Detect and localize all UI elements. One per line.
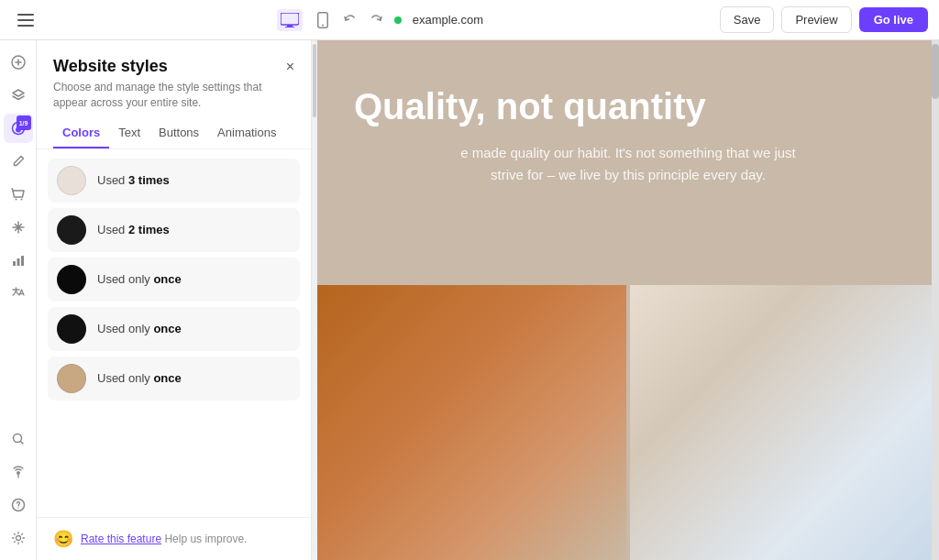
- broadcast-button[interactable]: [4, 457, 33, 487]
- svg-rect-12: [13, 261, 16, 266]
- svg-rect-0: [17, 14, 34, 16]
- desktop-device-button[interactable]: [277, 9, 303, 31]
- color-list: Used 3 times Used 2 times Used only once…: [37, 149, 311, 517]
- canvas-scrollbar-thumb: [932, 44, 939, 99]
- hero-images: [317, 285, 939, 560]
- canvas-area: Quality, not quantity e made quality our…: [317, 40, 939, 560]
- save-button[interactable]: Save: [720, 6, 775, 33]
- shop-button[interactable]: [4, 180, 33, 209]
- hero-title: Quality, not quantity: [354, 86, 812, 127]
- tab-buttons[interactable]: Buttons: [149, 118, 208, 148]
- sparkle-button[interactable]: [4, 213, 33, 242]
- rate-link[interactable]: Rate this feature: [81, 533, 161, 545]
- tab-colors[interactable]: Colors: [53, 118, 109, 148]
- close-panel-button[interactable]: ×: [286, 59, 294, 75]
- translate-button[interactable]: [4, 279, 33, 308]
- preview-button[interactable]: Preview: [781, 6, 851, 33]
- color-usage-2: Used only once: [97, 272, 182, 286]
- svg-rect-4: [287, 25, 293, 27]
- color-swatch-3: [57, 314, 86, 344]
- svg-rect-13: [17, 258, 19, 266]
- redo-button[interactable]: [369, 13, 383, 27]
- color-swatch-2: [57, 265, 86, 294]
- add-button[interactable]: [4, 48, 33, 77]
- mobile-device-button[interactable]: [314, 8, 332, 32]
- svg-point-11: [20, 199, 22, 201]
- color-item-1[interactable]: Used 2 times: [48, 208, 300, 252]
- settings-button[interactable]: [4, 523, 33, 553]
- svg-rect-14: [21, 256, 24, 266]
- styles-button[interactable]: 1/9: [4, 114, 33, 143]
- svg-rect-1: [17, 19, 34, 21]
- hero-image-1: [317, 285, 626, 560]
- svg-point-18: [17, 507, 18, 508]
- hero-subtitle: e made quality our habit. It's not somet…: [445, 142, 812, 186]
- hero-image-2: [630, 285, 939, 560]
- color-swatch-4: [57, 364, 86, 393]
- rate-suffix: Help us improve.: [164, 533, 247, 545]
- rate-section: 😊 Rate this feature Help us improve.: [37, 517, 311, 560]
- panel-title: Website styles: [53, 57, 286, 76]
- domain-label: example.com: [413, 13, 483, 27]
- golive-button[interactable]: Go live: [859, 7, 928, 32]
- color-item-3[interactable]: Used only once: [48, 307, 300, 351]
- search-button[interactable]: [4, 424, 33, 454]
- undo-button[interactable]: [343, 13, 358, 27]
- panel-scrollbar-thumb: [313, 44, 316, 117]
- color-usage-1: Used 2 times: [97, 223, 170, 236]
- svg-point-19: [16, 536, 20, 541]
- svg-rect-3: [281, 13, 299, 25]
- color-swatch-0: [57, 166, 86, 195]
- chart-button[interactable]: [4, 246, 33, 275]
- tab-text[interactable]: Text: [109, 118, 149, 148]
- color-item-2[interactable]: Used only once: [48, 258, 300, 302]
- rate-text: Rate this feature Help us improve.: [81, 533, 247, 545]
- badge: 1/9: [17, 115, 31, 130]
- color-item-4[interactable]: Used only once: [48, 357, 300, 401]
- svg-point-10: [15, 199, 17, 201]
- tab-animations[interactable]: Animations: [208, 118, 285, 148]
- color-item-0[interactable]: Used 3 times: [48, 159, 300, 203]
- panel-tabs: Colors Text Buttons Animations: [37, 118, 311, 149]
- status-indicator: [394, 16, 402, 24]
- color-usage-0: Used 3 times: [97, 173, 170, 187]
- icon-sidebar: 1/9: [0, 40, 37, 560]
- hero-section: Quality, not quantity e made quality our…: [317, 40, 939, 560]
- color-usage-4: Used only once: [97, 371, 182, 385]
- rate-icon: 😊: [53, 529, 73, 549]
- svg-rect-2: [17, 25, 34, 27]
- panel-subtitle: Choose and manage the style settings tha…: [53, 80, 286, 111]
- help-button[interactable]: [4, 490, 33, 520]
- color-swatch-1: [57, 215, 86, 245]
- canvas-scrollbar[interactable]: [932, 40, 939, 560]
- menu-button[interactable]: [11, 5, 40, 35]
- styles-panel: Website styles Choose and manage the sty…: [37, 40, 312, 560]
- svg-rect-5: [285, 27, 294, 27]
- pen-button[interactable]: [4, 147, 33, 176]
- svg-point-7: [322, 24, 324, 26]
- color-usage-3: Used only once: [97, 322, 182, 335]
- layers-button[interactable]: [4, 81, 33, 110]
